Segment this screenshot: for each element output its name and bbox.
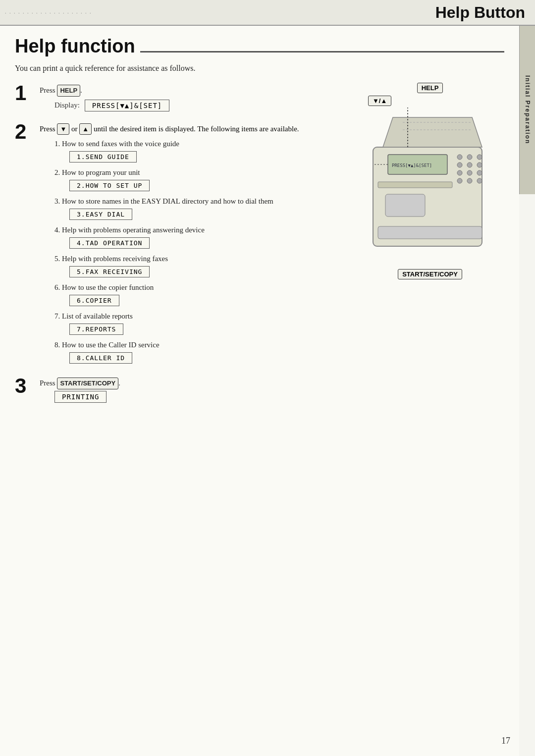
sidebar-text-initial: Initial Preparation — [524, 75, 531, 144]
svg-point-16 — [477, 178, 482, 183]
two-column-layout: 1 Press HELP. Display: PRESS[▼▲]&[SET] 2 — [15, 83, 504, 408]
svg-point-14 — [457, 178, 462, 183]
right-sidebar: Initial Preparation — [519, 26, 535, 194]
item-5-num: 5. — [54, 255, 62, 263]
items-list: 1. How to send faxes with the voice guid… — [54, 139, 346, 364]
item-7-text: List of available reports — [62, 312, 133, 320]
step-1-number: 1 — [15, 83, 40, 104]
list-item-2: 2. How to program your unit 2.HOW TO SET… — [54, 167, 346, 191]
item-4-lcd: 4.TAD OPERATION — [69, 237, 150, 249]
item-6-lcd: 6.COPIER — [69, 295, 119, 306]
step-2-text: Press ▼ or ▲ until the desired item is d… — [40, 123, 346, 135]
main-content: Help function You can print a quick refe… — [0, 26, 519, 756]
start-set-copy-key: START/SET/COPY — [57, 378, 118, 389]
step-3-text: Press START/SET/COPY. — [40, 378, 346, 389]
svg-rect-18 — [378, 226, 482, 239]
up-arrow: ▲ — [82, 124, 89, 134]
right-column: HELP ▼/▲ PRESS[▼▲]&[SET] — [356, 83, 504, 408]
fax-illustration: HELP ▼/▲ PRESS[▼▲]&[SET] — [363, 83, 497, 279]
step-3-number: 3 — [15, 376, 40, 396]
step-1-content: Press HELP. Display: PRESS[▼▲]&[SET] — [40, 83, 346, 114]
step-1-text: Press HELP. — [40, 85, 346, 97]
item-5-lcd: 5.FAX RECEIVING — [69, 266, 150, 277]
step-2-number: 2 — [15, 121, 40, 142]
up-key: ▲ — [79, 123, 92, 135]
item-7-lcd: 7.REPORTS — [69, 324, 123, 335]
svg-point-13 — [477, 170, 482, 175]
item-6-num: 6. — [54, 283, 62, 291]
step-2-press: Press — [40, 125, 55, 133]
list-item-1-desc: 1. How to send faxes with the voice guid… — [54, 139, 346, 149]
step-3-press-label: Press — [40, 379, 55, 387]
list-item-4: 4. Help with problems operating answerin… — [54, 225, 346, 249]
sidebar-label: Initial Preparation — [523, 73, 532, 147]
svg-point-5 — [457, 155, 462, 160]
list-item-7-desc: 7. List of available reports — [54, 311, 346, 322]
list-item-6-desc: 6. How to use the copier function — [54, 282, 346, 293]
svg-point-15 — [467, 178, 472, 183]
list-item-1: 1. How to send faxes with the voice guid… — [54, 139, 346, 162]
svg-point-7 — [477, 155, 482, 160]
item-5-text: Help with problems receiving faxes — [62, 255, 168, 263]
or-text: or — [71, 125, 78, 133]
item-8-text: How to use the Caller ID service — [62, 341, 160, 349]
svg-point-9 — [467, 162, 472, 167]
page-number: 17 — [501, 736, 510, 746]
item-3-num: 3. — [54, 197, 62, 205]
list-item-5: 5. Help with problems receiving faxes 5.… — [54, 254, 346, 277]
help-key: HELP — [57, 85, 80, 97]
item-7-num: 7. — [54, 312, 62, 320]
step-2: 2 Press ▼ or ▲ until the desired item is… — [15, 121, 346, 369]
header-title: Help Button — [435, 3, 525, 22]
svg-point-6 — [467, 155, 472, 160]
step-3: 3 Press START/SET/COPY. PRINTING — [15, 376, 346, 401]
item-2-lcd: 2.HOW TO SET UP — [69, 180, 150, 191]
list-item-6: 6. How to use the copier function 6.COPI… — [54, 282, 346, 306]
item-3-lcd: 3.EASY DIAL — [69, 209, 132, 220]
top-header: · · · · · · · · · · · · · · · · · · · · … — [0, 0, 535, 26]
step-1-press-label: Press — [40, 86, 55, 94]
svg-rect-17 — [378, 182, 452, 188]
down-arrow: ▼ — [60, 124, 66, 134]
left-column: 1 Press HELP. Display: PRESS[▼▲]&[SET] 2 — [15, 83, 346, 408]
item-1-lcd: 1.SEND GUIDE — [69, 151, 137, 162]
header-decoration: · · · · · · · · · · · · · · · · · · · · — [0, 0, 248, 26]
svg-point-8 — [457, 162, 462, 167]
down-key: ▼ — [57, 123, 69, 135]
item-2-text: How to program your unit — [62, 168, 140, 176]
item-2-num: 2. — [54, 168, 62, 176]
item-1-text: How to send faxes with the voice guide — [62, 140, 179, 148]
svg-point-10 — [477, 162, 482, 167]
svg-point-12 — [467, 170, 472, 175]
list-item-8-desc: 8. How to use the Caller ID service — [54, 340, 346, 350]
list-item-3-desc: 3. How to store names in the EASY DIAL d… — [54, 196, 346, 207]
step-3-content: Press START/SET/COPY. PRINTING — [40, 376, 346, 401]
list-item-3: 3. How to store names in the EASY DIAL d… — [54, 196, 346, 220]
step-2-rest: until the desired item is displayed. The… — [94, 125, 299, 133]
item-6-text: How to use the copier function — [62, 283, 154, 291]
fax-machine-svg: PRESS[▼▲]&[SET] — [363, 108, 497, 266]
step-2-content: Press ▼ or ▲ until the desired item is d… — [40, 121, 346, 369]
svg-rect-21 — [385, 194, 425, 216]
step-1: 1 Press HELP. Display: PRESS[▼▲]&[SET] — [15, 83, 346, 114]
step-3-display-box: PRINTING — [54, 391, 107, 403]
list-item-7: 7. List of available reports 7.REPORTS — [54, 311, 346, 335]
display-label: Display: — [54, 101, 80, 109]
step-1-display-box: PRESS[▼▲]&[SET] — [85, 100, 169, 111]
page-title: Help function — [15, 36, 504, 57]
item-1-num: 1. — [54, 140, 62, 148]
svg-point-11 — [457, 170, 462, 175]
svg-text:PRESS[▼▲]&[SET]: PRESS[▼▲]&[SET] — [392, 163, 432, 168]
item-4-text: Help with problems operating answering d… — [62, 226, 205, 234]
item-3-text: How to store names in the EASY DIAL dire… — [62, 197, 273, 205]
intro-text: You can print a quick reference for assi… — [15, 64, 504, 73]
list-item-4-desc: 4. Help with problems operating answerin… — [54, 225, 346, 235]
start-set-copy-label: START/SET/COPY — [398, 269, 462, 279]
item-4-num: 4. — [54, 226, 62, 234]
help-btn-label: HELP — [417, 83, 443, 93]
item-8-lcd: 8.CALLER ID — [69, 352, 132, 364]
item-8-num: 8. — [54, 341, 62, 349]
list-item-2-desc: 2. How to program your unit — [54, 167, 346, 178]
list-item-5-desc: 5. Help with problems receiving faxes — [54, 254, 346, 264]
step-1-display-row: Display: PRESS[▼▲]&[SET] — [54, 100, 346, 111]
